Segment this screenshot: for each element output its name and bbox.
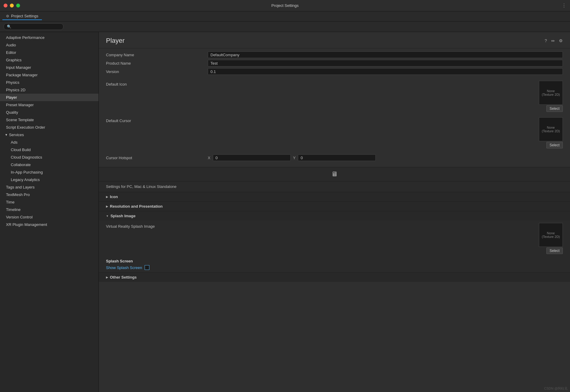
hotspot-inputs: X Y	[208, 154, 563, 161]
sidebar-item-textmesh-pro[interactable]: TextMesh Pro	[0, 191, 98, 198]
product-name-field[interactable]	[208, 60, 563, 66]
version-label: Version	[106, 69, 208, 74]
sidebar: Adaptive PerformanceAudioEditorGraphicsI…	[0, 32, 99, 392]
sidebar-item-adaptive-performance[interactable]: Adaptive Performance	[0, 34, 98, 41]
layout-icon[interactable]: ⇔	[551, 38, 555, 43]
sidebar-item-audio[interactable]: Audio	[0, 41, 98, 49]
header-icons: ? ⇔ ⚙	[545, 38, 563, 43]
splash-arrow: ▼	[106, 215, 109, 218]
tabbar: ⚙ Project Settings	[0, 11, 570, 22]
resolution-section-header[interactable]: ▶ Resolution and Presentation	[99, 201, 570, 211]
settings-icon[interactable]: ⚙	[559, 38, 563, 43]
default-icon-texture-box[interactable]: None (Texture 2D)	[539, 81, 563, 105]
y-label: Y	[293, 156, 296, 160]
show-splash-checkbox[interactable]	[145, 265, 149, 270]
sidebar-item-legacy-analytics[interactable]: Legacy Analytics	[0, 176, 98, 183]
titlebar: Project Settings ⋮	[0, 0, 570, 11]
platform-section: 🖥 Settings for PC, Mac & Linux Standalon…	[99, 167, 570, 282]
maximize-button[interactable]	[16, 4, 20, 7]
main-layout: Adaptive PerformanceAudioEditorGraphicsI…	[0, 32, 570, 392]
company-name-row: Company Name	[106, 51, 563, 59]
platform-icon-bar: 🖥	[99, 167, 570, 181]
sidebar-item-quality[interactable]: Quality	[0, 109, 98, 116]
gear-icon: ⚙	[6, 14, 9, 18]
splash-section-label: Splash Image	[110, 214, 136, 218]
window-title: Project Settings	[271, 3, 298, 8]
default-cursor-texture-box[interactable]: None (Texture 2D)	[539, 117, 563, 141]
default-cursor-section: Default Cursor None (Texture 2D) Select	[99, 115, 570, 151]
splash-section-header[interactable]: ▼ Splash Image	[99, 211, 570, 221]
sidebar-item-editor[interactable]: Editor	[0, 49, 98, 56]
splash-image-content: Virtual Reality Splash Image None (Textu…	[99, 221, 570, 258]
splash-screen-section: Splash Screen Show Splash Screen	[99, 258, 570, 272]
hotspot-y-input[interactable]	[298, 154, 376, 161]
sidebar-section-services[interactable]: ▼Services	[0, 131, 98, 139]
version-field[interactable]	[208, 68, 563, 75]
other-settings-header[interactable]: ▶ Other Settings	[99, 272, 570, 282]
close-button[interactable]	[4, 4, 7, 7]
splash-screen-title: Splash Screen	[106, 259, 563, 263]
searchbar	[0, 22, 570, 32]
default-cursor-label: Default Cursor	[106, 117, 208, 123]
product-name-label: Product Name	[106, 61, 208, 66]
default-icon-section: Default Icon None (Texture 2D) Select	[99, 78, 570, 115]
sidebar-item-scene-template[interactable]: Scene Template	[0, 116, 98, 124]
product-name-row: Product Name	[106, 59, 563, 67]
search-input[interactable]	[4, 23, 63, 30]
sidebar-item-preset-manager[interactable]: Preset Manager	[0, 101, 98, 109]
sidebar-item-cloud-diagnostics[interactable]: Cloud Diagnostics	[0, 154, 98, 161]
sidebar-item-tags-and-layers[interactable]: Tags and Layers	[0, 183, 98, 191]
sidebar-item-input-manager[interactable]: Input Manager	[0, 64, 98, 71]
watermark: CSDN @阿柱见	[544, 386, 568, 391]
sidebar-item-time[interactable]: Time	[0, 198, 98, 206]
sidebar-item-collaborate[interactable]: Collaborate	[0, 161, 98, 168]
vr-select-button[interactable]: Select	[546, 247, 563, 254]
sidebar-item-xr-plugin-management[interactable]: XR Plugin Management	[0, 221, 98, 228]
default-cursor-row: Default Cursor None (Texture 2D) Select	[106, 117, 563, 148]
default-cursor-select-button[interactable]: Select	[546, 142, 563, 148]
cursor-hotspot-label: Cursor Hotspot	[106, 156, 208, 160]
icon-section-label: Icon	[110, 195, 118, 199]
show-splash-link[interactable]: Show Splash Screen	[106, 265, 142, 270]
page-title: Player	[106, 37, 125, 45]
company-name-label: Company Name	[106, 53, 208, 57]
platform-label: Settings for PC, Mac & Linux Standalone	[99, 181, 570, 192]
sidebar-item-cloud-build[interactable]: Cloud Build	[0, 146, 98, 154]
default-icon-texture-field: None (Texture 2D) Select	[539, 81, 563, 112]
other-arrow: ▶	[106, 276, 108, 279]
content-area: Player ? ⇔ ⚙ Company Name Product Name V…	[99, 32, 570, 392]
cursor-hotspot-row: Cursor Hotspot X Y	[106, 154, 563, 162]
default-cursor-texture-field: None (Texture 2D) Select	[539, 117, 563, 148]
section-arrow: ▼	[5, 133, 8, 136]
window-controls[interactable]	[4, 4, 20, 7]
resolution-section-label: Resolution and Presentation	[110, 204, 163, 209]
tab-project-settings[interactable]: ⚙ Project Settings	[2, 13, 42, 20]
help-icon[interactable]: ?	[545, 38, 547, 43]
sidebar-item-physics-2d[interactable]: Physics 2D	[0, 86, 98, 94]
other-settings-label: Other Settings	[110, 275, 137, 279]
player-header: Player ? ⇔ ⚙	[99, 32, 570, 48]
sidebar-item-physics[interactable]: Physics	[0, 79, 98, 86]
menu-icon[interactable]: ⋮	[562, 3, 566, 8]
sidebar-item-package-manager[interactable]: Package Manager	[0, 71, 98, 79]
icon-arrow: ▶	[106, 195, 108, 198]
sidebar-item-graphics[interactable]: Graphics	[0, 56, 98, 64]
sidebar-item-version-control[interactable]: Version Control	[0, 213, 98, 221]
cursor-hotspot-section: Cursor Hotspot X Y	[99, 151, 570, 165]
hotspot-x-input[interactable]	[213, 154, 291, 161]
default-icon-select-button[interactable]: Select	[546, 105, 563, 112]
sidebar-item-ads[interactable]: Ads	[0, 139, 98, 146]
minimize-button[interactable]	[10, 4, 14, 7]
vr-texture-box[interactable]: None (Texture 2D)	[539, 223, 563, 247]
sidebar-item-in-app-purchasing[interactable]: In-App Purchasing	[0, 168, 98, 176]
sidebar-item-script-execution-order[interactable]: Script Execution Order	[0, 124, 98, 131]
vr-texture-field: None (Texture 2D) Select	[539, 223, 563, 254]
resolution-arrow: ▶	[106, 205, 108, 208]
default-icon-label: Default Icon	[106, 81, 208, 86]
sidebar-item-timeline[interactable]: Timeline	[0, 206, 98, 213]
version-row: Version	[106, 68, 563, 75]
icon-section-header[interactable]: ▶ Icon	[99, 192, 570, 201]
sidebar-item-player[interactable]: Player	[0, 94, 98, 101]
show-splash-row: Show Splash Screen	[106, 265, 563, 270]
company-name-field[interactable]	[208, 51, 563, 58]
